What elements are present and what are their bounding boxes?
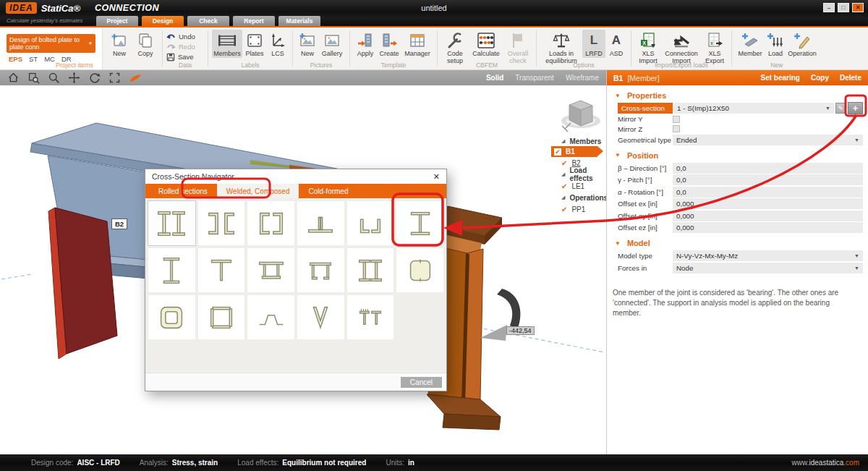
mirror-z-checkbox[interactable] [673, 125, 680, 132]
mirror-y-checkbox[interactable] [673, 116, 680, 123]
mode-mc[interactable]: MC [44, 55, 55, 63]
section-cell-box-with-top-flange[interactable] [247, 248, 294, 292]
b2-checkbox[interactable]: ✔ [561, 159, 567, 167]
dialog-tab-cold-formed[interactable]: Cold-formed [299, 184, 357, 198]
dialog-close-icon[interactable]: ✕ [433, 172, 440, 182]
section-cell-open-top-hat[interactable] [297, 248, 344, 292]
copy-member-button[interactable]: Copy [811, 74, 829, 82]
collapse-icon[interactable]: ◢ [561, 138, 565, 144]
end-plate[interactable] [48, 208, 117, 359]
members-label-button[interactable]: Members [212, 30, 242, 58]
display-mode-solid[interactable]: Solid [486, 74, 503, 82]
edit-cross-section-button[interactable]: ✎ [835, 103, 846, 114]
geom-type-select[interactable]: Ended▼ [673, 135, 863, 145]
pp1-checkbox[interactable]: ✔ [561, 205, 567, 213]
section-cell-double-I-section[interactable] [148, 201, 195, 245]
loads-in-equilibrium-button[interactable]: Loads in equilibrium [540, 30, 582, 65]
position-offset-ez-in-field[interactable]: 0,000 [673, 222, 863, 233]
save-button[interactable]: Save [166, 52, 204, 61]
fit-view-icon[interactable] [109, 72, 121, 84]
mode-st[interactable]: ST [29, 55, 38, 63]
tab-design[interactable]: Design [142, 16, 184, 26]
new-load-button[interactable]: Load [765, 30, 786, 58]
mode-eps[interactable]: EPS [9, 55, 22, 63]
section-cell-inverted-tee-double-web[interactable] [297, 201, 344, 245]
new-member-button[interactable]: Member [736, 30, 765, 58]
redo-button[interactable]: Redo [166, 42, 204, 51]
section-cell-welded-I-section[interactable] [396, 201, 443, 245]
gallery-button[interactable]: Gallery [318, 30, 346, 58]
set-bearing-button[interactable]: Set bearing [761, 74, 800, 82]
zoom-icon[interactable] [48, 72, 60, 84]
code-setup-button[interactable]: Code setup [441, 30, 469, 65]
overall-check-button[interactable]: Overall check [503, 30, 532, 65]
calculate-button[interactable]: Calculate [469, 30, 503, 58]
tab-check[interactable]: Check [187, 16, 229, 26]
section-properties[interactable]: ▼Properties [615, 91, 868, 100]
dialog-tab-welded-composed[interactable]: Welded, Composed [217, 184, 299, 198]
tab-materials[interactable]: Materials [278, 16, 320, 26]
copy-item-button[interactable]: Copy [132, 30, 158, 58]
tree-members-group[interactable]: Members [569, 137, 601, 145]
picture-new-button[interactable]: New [297, 30, 318, 58]
dialog-tab-rolled-sections[interactable]: Rolled sections [149, 184, 217, 198]
rotate-icon[interactable] [88, 72, 101, 84]
paint-results-icon[interactable] [129, 72, 142, 83]
close-button[interactable]: ✕ [852, 3, 864, 12]
asd-button[interactable]: A ASD [605, 30, 627, 58]
tree-item-b1[interactable]: ✔ B1 [551, 146, 597, 157]
model-type-select[interactable]: N-Vy-Vz-Mx-My-Mz▼ [673, 250, 863, 261]
le1-checkbox[interactable]: ✔ [561, 182, 567, 190]
tree-item-le1[interactable]: ✔LE1 [561, 181, 584, 191]
tab-project[interactable]: Project [96, 16, 138, 26]
tab-report[interactable]: Report [233, 16, 275, 26]
cross-section-select[interactable]: 1 - S(Imp)12X50▼ [673, 103, 834, 114]
section-model[interactable]: ▼Model [615, 239, 868, 247]
collapse-icon[interactable]: ◢ [561, 195, 565, 200]
maximize-button[interactable]: □ [838, 3, 849, 12]
xls-import-button[interactable]: X XLS Import [635, 30, 661, 65]
xls-export-button[interactable]: x XLS Export [702, 30, 728, 65]
lrfd-button[interactable]: L LRFD [582, 30, 605, 58]
section-cell-tee-section[interactable] [198, 248, 245, 292]
display-mode-wireframe[interactable]: Wireframe [566, 74, 599, 82]
new-operation-button[interactable]: Operation [786, 30, 818, 58]
tree-load-effects-group[interactable]: Load effects [569, 166, 592, 182]
display-mode-transparent[interactable]: Transparent [515, 74, 554, 82]
template-apply-button[interactable]: Apply [354, 30, 377, 58]
forces-in-select[interactable]: Node▼ [673, 263, 863, 273]
section-cell-twin-channels-facing[interactable] [247, 201, 294, 245]
minimize-button[interactable]: – [823, 3, 835, 12]
position-offset-ex-in-field[interactable]: 0,000 [673, 198, 863, 209]
collapse-icon[interactable]: ◢ [561, 171, 565, 177]
section-cell-twin-angles-channel[interactable] [347, 201, 394, 245]
position-offset-ey-in-field[interactable]: 0,000 [673, 211, 863, 221]
tree-operations-group[interactable]: Operations [569, 194, 608, 202]
add-cross-section-button[interactable]: + [848, 102, 863, 114]
section-cell-welded-box-rounded[interactable] [396, 248, 443, 292]
position-direction-field[interactable]: 0,0 [673, 163, 863, 174]
section-cell-double-tee-section[interactable] [347, 295, 394, 339]
section-cell-twin-channels-back-to-back[interactable] [198, 201, 245, 245]
position-rotation-field[interactable]: 0,0 [673, 187, 863, 198]
pan-icon[interactable] [68, 72, 80, 84]
section-cell-thick-wall-box[interactable] [148, 295, 195, 339]
website-link[interactable]: www.ideastatica.com [792, 459, 859, 467]
position-pitch-field[interactable]: 0,0 [673, 174, 863, 185]
cancel-button[interactable]: Cancel [401, 377, 442, 388]
project-item-dropdown[interactable]: Design of bolted plate to plate conn▼ [7, 34, 95, 53]
lcs-label-button[interactable]: LCS [267, 30, 289, 58]
tree-item-pp1[interactable]: ✔PP1 [561, 204, 585, 214]
navigation-cube[interactable] [559, 96, 603, 135]
plates-label-button[interactable]: Plates [242, 30, 267, 58]
home-icon[interactable] [7, 72, 20, 84]
delete-member-button[interactable]: Delete [840, 74, 861, 82]
template-manager-button[interactable]: Manager [401, 30, 433, 58]
b1-checkbox[interactable]: ✔ [554, 148, 561, 156]
undo-button[interactable]: Undo [166, 32, 204, 41]
connection-import-button[interactable]: Connection Import [661, 30, 702, 65]
section-position[interactable]: ▼Position [615, 151, 868, 160]
new-item-button[interactable]: New [106, 30, 132, 58]
section-cell-hat-section[interactable] [247, 295, 294, 339]
section-cell-I-section[interactable] [148, 248, 195, 292]
